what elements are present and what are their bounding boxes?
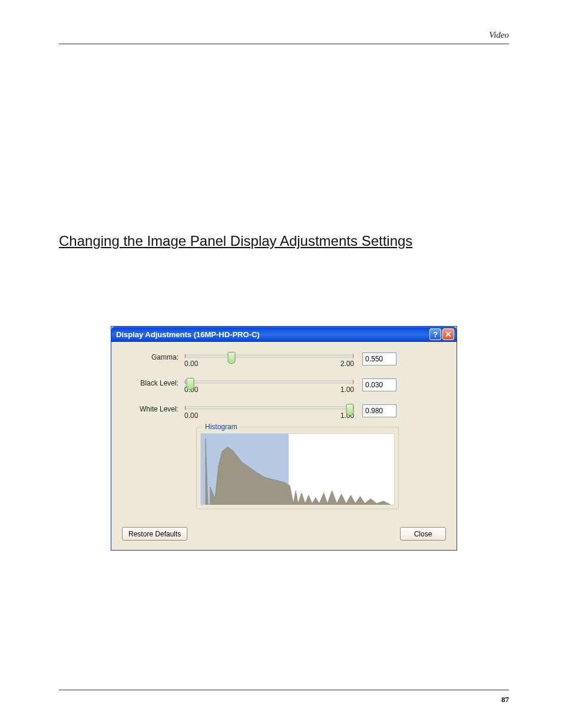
histogram-group: Histogram — [196, 427, 399, 509]
white-level-input[interactable] — [362, 404, 396, 417]
display-adjustments-dialog: Display Adjustments (16MP-HD-PRO-C) ? ✕ … — [111, 326, 457, 551]
title-bar[interactable]: Display Adjustments (16MP-HD-PRO-C) ? ✕ — [111, 327, 457, 342]
white-level-slider[interactable]: 0.00 1.00 — [184, 404, 354, 420]
dialog-body: Gamma: 0.00 2.00 Black Level: — [111, 342, 457, 550]
gamma-min: 0.00 — [184, 360, 198, 368]
close-window-button[interactable]: ✕ — [442, 328, 454, 340]
gamma-row: Gamma: 0.00 2.00 — [122, 353, 446, 368]
white-level-track — [184, 407, 354, 409]
page-header: Video — [59, 29, 509, 44]
gamma-track — [184, 355, 354, 357]
close-icon: ✕ — [445, 330, 452, 338]
gamma-label: Gamma: — [122, 353, 184, 361]
dialog-container: Display Adjustments (16MP-HD-PRO-C) ? ✕ … — [59, 326, 509, 551]
close-button[interactable]: Close — [400, 527, 446, 541]
gamma-slider[interactable]: 0.00 2.00 — [184, 353, 354, 368]
document-page: Video Changing the Image Panel Display A… — [0, 0, 562, 728]
white-level-label: White Level: — [122, 404, 184, 413]
black-level-slider[interactable]: 0.00 1.00 — [184, 378, 354, 394]
page-number: 87 — [501, 695, 509, 704]
black-level-max: 1.00 — [340, 386, 354, 394]
histogram-svg — [201, 434, 394, 505]
histogram-display — [200, 433, 395, 505]
black-level-input[interactable] — [362, 378, 396, 391]
black-level-label: Black Level: — [122, 378, 184, 387]
help-icon: ? — [433, 330, 438, 339]
black-level-track — [184, 381, 354, 383]
help-button[interactable]: ? — [429, 328, 441, 340]
gamma-range: 0.00 2.00 — [184, 360, 354, 368]
white-level-min: 0.00 — [184, 411, 198, 420]
dialog-buttons: Restore Defaults Close — [122, 527, 446, 541]
white-level-thumb[interactable] — [346, 404, 354, 416]
black-level-thumb[interactable] — [186, 378, 194, 390]
black-level-row: Black Level: 0.00 1.00 — [122, 378, 446, 394]
dialog-title: Display Adjustments (16MP-HD-PRO-C) — [116, 330, 428, 339]
restore-defaults-button[interactable]: Restore Defaults — [122, 527, 187, 541]
gamma-max: 2.00 — [340, 360, 354, 368]
gamma-input[interactable] — [362, 353, 396, 365]
page-footer: 87 — [59, 690, 509, 704]
histogram-legend: Histogram — [203, 423, 240, 431]
gamma-thumb[interactable] — [227, 352, 235, 364]
section-heading: Changing the Image Panel Display Adjustm… — [59, 233, 509, 249]
header-section-label: Video — [489, 30, 509, 39]
white-level-row: White Level: 0.00 1.00 — [122, 404, 446, 420]
black-level-range: 0.00 1.00 — [184, 386, 354, 394]
white-level-range: 0.00 1.00 — [184, 411, 354, 420]
